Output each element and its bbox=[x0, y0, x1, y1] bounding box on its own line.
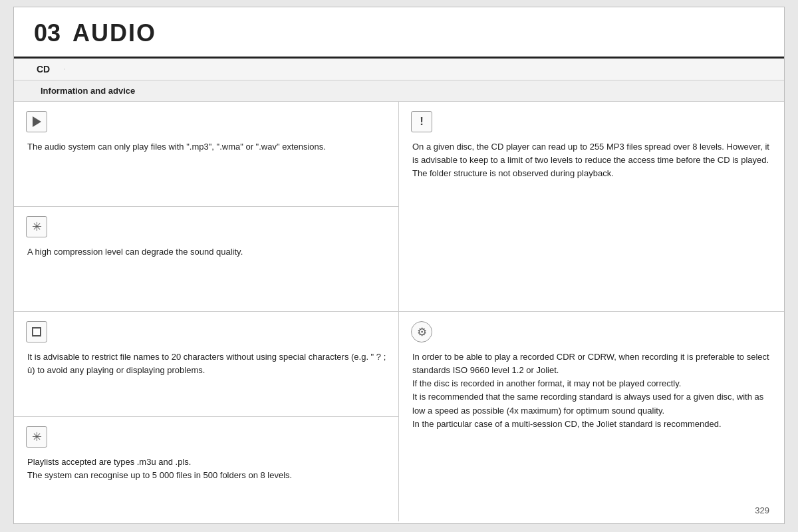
right-column: ! On a given disc, the CD player can rea… bbox=[399, 102, 784, 521]
block-text-2: A high compression level can degrade the… bbox=[27, 245, 386, 259]
star-icon-box-2: ✳ bbox=[26, 426, 47, 448]
page: 03 AUDIO CD Information and advice The a… bbox=[13, 7, 785, 524]
icon-row-r2: ⚙ bbox=[411, 321, 772, 342]
block-text-3: It is advisable to restrict file names t… bbox=[27, 350, 386, 377]
play-icon-box bbox=[26, 111, 47, 132]
square-icon-box bbox=[26, 321, 47, 342]
info-block-4: ✳ Playlists accepted are types .m3u and … bbox=[14, 417, 398, 521]
info-block-1: The audio system can only play files wit… bbox=[14, 102, 398, 207]
icon-row-4: ✳ bbox=[26, 426, 386, 448]
content-area: The audio system can only play files wit… bbox=[14, 102, 784, 521]
info-block-2: ✳ A high compression level can degrade t… bbox=[14, 207, 398, 312]
subsection-label: Information and advice bbox=[34, 86, 135, 96]
block-text-r1: On a given disc, the CD player can read … bbox=[412, 140, 772, 180]
icon-row-2: ✳ bbox=[26, 216, 386, 237]
icon-row-3 bbox=[26, 321, 386, 342]
block-text-r2: In order to be able to play a recorded C… bbox=[412, 350, 772, 431]
chapter-title: AUDIO bbox=[72, 19, 156, 47]
info-block-r1: ! On a given disc, the CD player can rea… bbox=[399, 102, 784, 312]
page-header: 03 AUDIO bbox=[14, 7, 784, 59]
play-icon bbox=[33, 116, 41, 127]
section-label: CD bbox=[27, 59, 65, 80]
block-text-4: Playlists accepted are types .m3u and .p… bbox=[27, 456, 386, 482]
left-column: The audio system can only play files wit… bbox=[14, 102, 399, 521]
section-bar: CD bbox=[14, 59, 784, 80]
icon-row-1 bbox=[26, 111, 386, 132]
subsection-bar: Information and advice bbox=[14, 80, 784, 102]
gear-icon-circle: ⚙ bbox=[411, 321, 432, 342]
star-icon-1: ✳ bbox=[32, 219, 42, 234]
exclaim-icon: ! bbox=[420, 115, 424, 128]
chapter-number: 03 bbox=[34, 19, 61, 47]
page-number: 329 bbox=[755, 505, 769, 515]
info-block-r2: ⚙ In order to be able to play a recorded… bbox=[399, 312, 784, 521]
info-block-3: It is advisable to restrict file names t… bbox=[14, 312, 398, 417]
icon-row-r1: ! bbox=[411, 111, 772, 132]
star-icon-2: ✳ bbox=[32, 430, 42, 444]
gear-icon: ⚙ bbox=[417, 325, 427, 339]
star-icon-box-1: ✳ bbox=[26, 216, 47, 237]
block-text-1: The audio system can only play files wit… bbox=[27, 140, 386, 154]
exclaim-icon-box: ! bbox=[411, 111, 432, 132]
square-icon bbox=[32, 327, 41, 336]
